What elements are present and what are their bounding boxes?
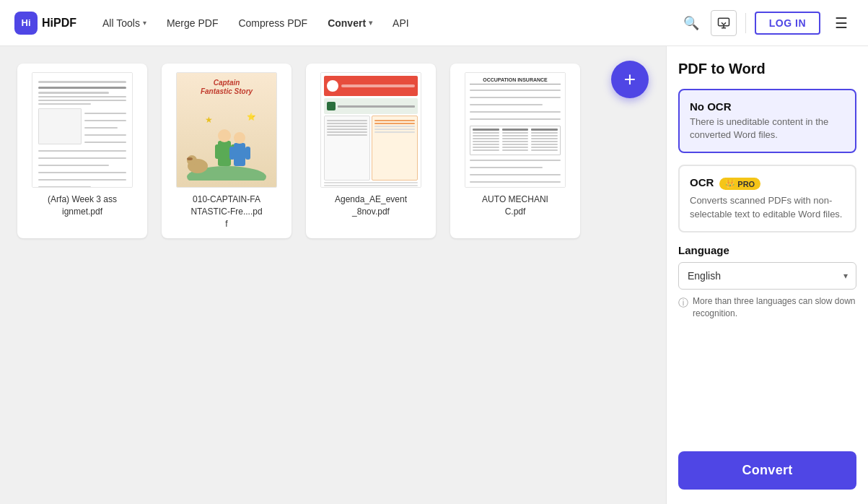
crown-icon: 👑 [725, 179, 735, 188]
no-ocr-description: There is uneditable content in the conve… [690, 116, 845, 142]
search-icon[interactable]: 🔍 [680, 12, 702, 34]
file-thumbnail [320, 72, 421, 188]
divider [745, 13, 746, 33]
ocr-title: OCR [690, 176, 714, 188]
nav-item-api[interactable]: API [384, 13, 418, 33]
file-name: (Arfa) Week 3 assignmet.pdf [48, 194, 117, 218]
add-file-button[interactable]: + [611, 61, 649, 98]
panel-title: PDF to Word [678, 61, 856, 77]
svg-point-12 [234, 132, 245, 144]
no-ocr-option[interactable]: No OCR There is uneditable content in th… [678, 89, 856, 153]
chevron-down-icon: ▾ [369, 19, 372, 27]
file-thumbnail: CaptainFantastic Story [176, 72, 277, 188]
convert-button[interactable]: Convert [678, 451, 856, 490]
svg-rect-13 [229, 147, 234, 160]
right-panel: PDF to Word No OCR There is uneditable c… [666, 46, 868, 504]
file-area: (Arfa) Week 3 assignmet.pdf CaptainFanta… [0, 46, 666, 504]
language-select-wrapper: English French German Spanish Chinese Ja… [678, 262, 856, 290]
nav-item-compress-pdf[interactable]: Compress PDF [229, 13, 316, 33]
svg-point-5 [187, 155, 197, 165]
menu-icon[interactable]: ☰ [829, 12, 854, 35]
svg-rect-14 [245, 147, 250, 160]
svg-point-8 [218, 129, 231, 142]
file-card[interactable]: CaptainFantastic Story [162, 64, 291, 238]
no-ocr-title: No OCR [690, 100, 845, 113]
pro-badge: 👑 PRO [719, 178, 760, 190]
file-card[interactable]: Agenda_AE_event_8nov.pdf [306, 64, 436, 238]
svg-text:⭐: ⭐ [247, 112, 256, 121]
nav-item-all-tools[interactable]: All Tools ▾ [94, 13, 155, 33]
nav-bar: All Tools ▾ Merge PDF Compress PDF Conve… [94, 13, 418, 33]
warning-icon: ⓘ [678, 296, 688, 310]
language-section: Language English French German Spanish C… [678, 244, 856, 320]
main-area: (Arfa) Week 3 assignmet.pdf CaptainFanta… [0, 46, 868, 504]
svg-rect-9 [215, 144, 220, 159]
logo-icon: Hi [14, 12, 38, 35]
ocr-title-row: OCR 👑 PRO [690, 176, 845, 191]
language-select[interactable]: English French German Spanish Chinese Ja… [678, 262, 856, 290]
chevron-down-icon: ▾ [143, 19, 146, 27]
file-card[interactable]: OCCUPATION INSURANCE [450, 64, 580, 238]
file-name: AUTO MECHANIC.pdf [482, 194, 548, 218]
ocr-option[interactable]: OCR 👑 PRO Converts scanned PDFs with non… [678, 165, 856, 232]
file-card[interactable]: (Arfa) Week 3 assignmet.pdf [17, 64, 147, 238]
file-thumbnail [32, 72, 133, 188]
file-name: 010-CAPTAIN-FANTASTIC-Fre....pdf [190, 194, 262, 230]
files-grid: (Arfa) Week 3 assignmet.pdf CaptainFanta… [17, 64, 649, 238]
download-icon[interactable] [711, 10, 737, 36]
logo-text: HiPDF [42, 17, 76, 30]
nav-item-convert[interactable]: Convert ▾ [319, 13, 381, 33]
header: Hi HiPDF All Tools ▾ Merge PDF Compress … [0, 0, 868, 46]
logo-area[interactable]: Hi HiPDF [14, 12, 76, 35]
svg-rect-11 [234, 143, 245, 166]
file-thumbnail: OCCUPATION INSURANCE [465, 72, 566, 188]
login-button[interactable]: LOG IN [755, 12, 820, 35]
svg-point-6 [187, 157, 193, 160]
file-name: Agenda_AE_event_8nov.pdf [335, 194, 407, 218]
language-label: Language [678, 244, 856, 256]
ocr-description: Converts scanned PDFs with non-selectabl… [690, 194, 845, 220]
svg-text:★: ★ [205, 115, 213, 125]
header-right: 🔍 LOG IN ☰ [680, 10, 854, 36]
language-warning: ⓘ More than three languages can slow dow… [678, 295, 856, 320]
nav-item-merge-pdf[interactable]: Merge PDF [158, 13, 227, 33]
